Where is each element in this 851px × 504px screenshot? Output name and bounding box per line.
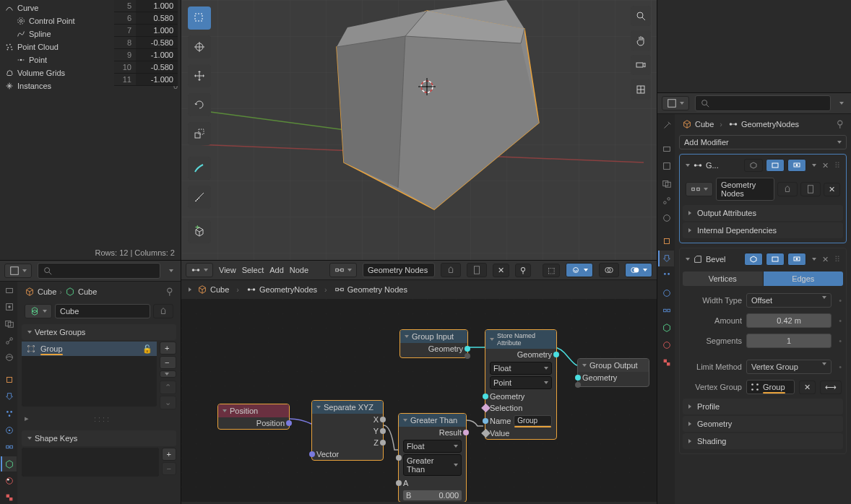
vg-specials[interactable] bbox=[160, 370, 176, 378]
gn-editmode-icon[interactable] bbox=[744, 159, 763, 172]
vg-clear[interactable]: ✕ bbox=[799, 381, 816, 394]
options-dropdown[interactable] bbox=[169, 269, 173, 272]
gn-fake-user[interactable] bbox=[777, 182, 798, 196]
options2[interactable] bbox=[839, 102, 844, 105]
props-search[interactable] bbox=[38, 263, 160, 279]
ptab-render[interactable] bbox=[658, 141, 674, 157]
gn-delete[interactable]: ✕ bbox=[822, 161, 829, 170]
gn-extras[interactable] bbox=[812, 164, 816, 167]
add-modifier[interactable]: Add Modifier bbox=[679, 135, 847, 149]
gn-drag[interactable]: ⠿ bbox=[834, 161, 840, 170]
node-greater-than[interactable]: Greater Than Result Float Greater Than A… bbox=[398, 413, 467, 502]
viewport-canvas[interactable] bbox=[181, 0, 657, 260]
editor-type-props[interactable] bbox=[4, 264, 32, 278]
new-nodetree-icon[interactable] bbox=[467, 263, 487, 277]
bevel-shading[interactable]: Shading bbox=[683, 433, 843, 449]
gn-internal-deps[interactable]: Internal Dependencies bbox=[683, 222, 843, 238]
menu-add[interactable]: Add bbox=[269, 266, 284, 274]
bv-name[interactable]: Bevel bbox=[706, 255, 726, 264]
limit-method[interactable]: Vertex Group bbox=[746, 360, 831, 374]
sk-remove[interactable]: − bbox=[162, 462, 176, 475]
gn-tree-name[interactable]: Geometry Nodes bbox=[716, 178, 774, 201]
bevel-vertex-group[interactable]: Group bbox=[746, 380, 795, 394]
tab-modifiers[interactable] bbox=[1, 389, 17, 404]
bevel-affect[interactable]: Vertices Edges bbox=[683, 271, 843, 286]
gn-unlink[interactable]: ✕ bbox=[824, 183, 840, 196]
vg-move-down[interactable]: ⌄ bbox=[160, 396, 176, 409]
fake-user-toggle[interactable] bbox=[153, 304, 173, 318]
camera-view-icon[interactable] bbox=[631, 55, 651, 75]
vg-invert-icon[interactable]: ⟷ bbox=[820, 381, 842, 394]
ptab-texture[interactable] bbox=[658, 355, 674, 370]
vg-remove[interactable]: − bbox=[160, 356, 176, 369]
bv-delete[interactable]: ✕ bbox=[822, 255, 829, 264]
perspective-icon[interactable] bbox=[631, 79, 651, 100]
ptab-constraints[interactable] bbox=[658, 303, 674, 318]
bv-editmode-icon[interactable] bbox=[744, 253, 763, 266]
tab-data[interactable] bbox=[1, 456, 17, 472]
bv-extras[interactable] bbox=[812, 258, 816, 261]
tool-add-cube[interactable]: + bbox=[188, 220, 211, 243]
tab-constraints[interactable] bbox=[1, 440, 17, 455]
tool-cursor[interactable] bbox=[188, 35, 211, 58]
tab-scene[interactable] bbox=[1, 333, 17, 348]
bevel-profile[interactable]: Profile bbox=[683, 399, 843, 414]
ptab-modifiers[interactable] bbox=[658, 251, 674, 266]
gn-collapse[interactable] bbox=[686, 164, 690, 167]
gt-b-value[interactable]: B0.000 bbox=[403, 490, 462, 500]
crumb-geonodes[interactable]: GeometryNodes bbox=[259, 285, 317, 294]
tool-scale[interactable] bbox=[188, 122, 211, 145]
gt-op[interactable]: Greater Than bbox=[403, 454, 462, 476]
tab-texture[interactable] bbox=[1, 490, 17, 504]
expand-arrow[interactable]: ▸ bbox=[25, 414, 29, 423]
ptab-output[interactable] bbox=[658, 158, 674, 174]
props2-search[interactable] bbox=[695, 95, 831, 111]
tab-output[interactable] bbox=[1, 299, 17, 314]
tab-render[interactable] bbox=[1, 282, 17, 297]
snap-icon[interactable] bbox=[566, 263, 593, 277]
node-separate-xyz[interactable]: Separate XYZ X Y Z Vector bbox=[311, 400, 384, 461]
menu-view[interactable]: View bbox=[219, 266, 236, 274]
tab-physics[interactable] bbox=[1, 422, 17, 438]
tool-annotate[interactable] bbox=[188, 157, 211, 180]
vg-move-up[interactable]: ⌃ bbox=[160, 381, 176, 394]
ptab-physics[interactable] bbox=[658, 285, 674, 301]
crumb-tree[interactable]: Geometry Nodes bbox=[347, 285, 407, 294]
zoom-icon[interactable] bbox=[631, 6, 651, 26]
sk-add[interactable]: + bbox=[162, 448, 176, 461]
node-group-output[interactable]: Group Output Geometry bbox=[577, 358, 649, 387]
tool-select[interactable] bbox=[188, 6, 211, 30]
ptab-scene[interactable] bbox=[658, 193, 674, 209]
tab-material[interactable] bbox=[1, 473, 17, 488]
sna-name-field[interactable]: Group bbox=[514, 415, 552, 426]
gn-name[interactable]: G... bbox=[706, 161, 719, 170]
fake-user-icon[interactable] bbox=[441, 263, 461, 277]
menu-node[interactable]: Node bbox=[290, 266, 308, 274]
pin-icon[interactable]: ⚲ bbox=[166, 286, 173, 297]
tab-world[interactable] bbox=[1, 349, 17, 365]
overlay-icon[interactable] bbox=[599, 263, 619, 277]
gn-new[interactable] bbox=[800, 182, 821, 196]
bevel-amount[interactable]: 0.42 m bbox=[746, 313, 831, 328]
bv-drag[interactable]: ⠿ bbox=[834, 255, 840, 264]
anim-dot[interactable]: • bbox=[839, 296, 842, 305]
bv-collapse[interactable] bbox=[686, 258, 690, 261]
gn-output-attrs[interactable]: Output Attributes bbox=[683, 205, 843, 221]
tool-move[interactable] bbox=[188, 64, 211, 87]
menu-select[interactable]: Select bbox=[242, 266, 264, 274]
node-canvas[interactable]: Position Position Separate XYZ X Y Z Vec… bbox=[181, 299, 657, 502]
vertex-groups-header[interactable]: Vertex Groups bbox=[22, 324, 176, 340]
sna-domain[interactable]: Point bbox=[490, 376, 552, 389]
bevel-geometry[interactable]: Geometry bbox=[683, 416, 843, 432]
gn-tree-browse[interactable] bbox=[686, 182, 713, 196]
gt-type[interactable]: Float bbox=[403, 440, 462, 453]
vertex-group-item[interactable]: Group 🔓 bbox=[22, 342, 157, 356]
ptab-world[interactable] bbox=[658, 210, 674, 226]
overlay2-icon[interactable] bbox=[625, 263, 652, 277]
shape-keys-header[interactable]: Shape Keys bbox=[22, 430, 176, 446]
node-store-named-attr[interactable]: Store Named Attribute Geometry Float Poi… bbox=[485, 329, 557, 440]
width-type[interactable]: Offset bbox=[746, 293, 831, 308]
gn-realtime-icon[interactable] bbox=[766, 159, 785, 172]
tool-measure[interactable] bbox=[188, 186, 211, 209]
pin-icon[interactable]: ⚲ bbox=[515, 264, 531, 277]
